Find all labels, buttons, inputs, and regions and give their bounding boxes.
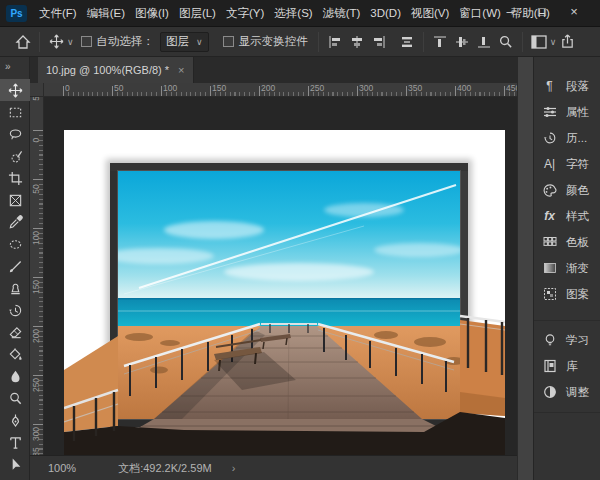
menu-item-layer[interactable]: 图层(L) (174, 0, 221, 27)
workspace-panel-icon[interactable] (528, 31, 550, 53)
panel-libraries[interactable]: 库 (534, 353, 600, 379)
chevron-down-icon[interactable]: ∨ (67, 37, 74, 47)
brush-tool[interactable] (0, 255, 30, 277)
photo-canvas[interactable] (64, 130, 505, 455)
crop-tool[interactable] (0, 167, 30, 189)
path-selection-tool[interactable] (0, 453, 30, 475)
clone-stamp-tool[interactable] (0, 277, 30, 299)
divider (318, 32, 319, 52)
collapse-toolbar-button[interactable]: » (0, 57, 29, 79)
panel-character[interactable]: A| 字符 (534, 151, 600, 177)
align-top-icon[interactable] (429, 31, 451, 53)
panel-history[interactable]: 历... (534, 125, 600, 151)
properties-icon (541, 104, 558, 121)
panel-color[interactable]: 颜色 (534, 177, 600, 203)
document-tab-bar: 10.jpg @ 100%(RGB/8) * × (30, 57, 517, 83)
dock-resize-gutter[interactable] (517, 57, 533, 480)
close-tab-icon[interactable]: × (178, 64, 184, 76)
document-tab-title: 10.jpg @ 100%(RGB/8) * (46, 64, 169, 76)
show-transform-label: 显示变换控件 (239, 34, 308, 49)
libraries-icon (541, 358, 558, 375)
menu-item-type[interactable]: 文字(Y) (221, 0, 269, 27)
align-horizontal-centers-icon[interactable] (346, 31, 368, 53)
ruler-label: 50 (31, 174, 41, 204)
share-icon[interactable] (556, 31, 578, 53)
type-tool[interactable] (0, 431, 30, 453)
framed-photo-scene (104, 171, 464, 419)
zoom-level-field[interactable]: 100% (48, 462, 76, 474)
panel-label: 历... (566, 131, 587, 146)
move-tool-option-icon[interactable] (45, 31, 67, 53)
paint-bucket-icon (8, 347, 23, 362)
panel-paragraph[interactable]: ¶ 段落 (534, 73, 600, 99)
spot-healing-brush-tool[interactable] (0, 233, 30, 255)
align-left-edges-icon[interactable] (324, 31, 346, 53)
lasso-tool[interactable] (0, 123, 30, 145)
photoshop-window: Ps 文件(F) 编辑(E) 图像(I) 图层(L) 文字(Y) 选择(S) 滤… (0, 0, 600, 480)
paint-bucket-tool[interactable] (0, 343, 30, 365)
lasso-icon (8, 127, 23, 142)
panel-swatches[interactable]: 色板 (534, 229, 600, 255)
close-button[interactable]: × (560, 0, 588, 26)
home-icon[interactable] (12, 31, 34, 53)
horizontal-ruler[interactable]: 0 50 100 150 200 250 300 350 400 450 50 (44, 83, 517, 97)
water-drop-icon (8, 369, 23, 384)
menu-item-filter[interactable]: 滤镜(T) (318, 0, 366, 27)
panel-label: 渐变 (566, 261, 589, 276)
ruler-corner (30, 83, 44, 97)
dodge-icon (8, 391, 23, 406)
eraser-tool[interactable] (0, 321, 30, 343)
pen-tool[interactable] (0, 409, 30, 431)
auto-select-checkbox[interactable] (81, 36, 92, 47)
panel-group-1: ¶ 段落 属性 历... A| 字符 (534, 57, 600, 307)
quick-selection-tool[interactable] (0, 145, 30, 167)
panel-patterns[interactable]: 图案 (534, 281, 600, 307)
eyedropper-tool[interactable] (0, 211, 30, 233)
crop-icon (8, 171, 23, 186)
minimize-button[interactable]: – (496, 0, 524, 26)
align-bottom-icon[interactable] (473, 31, 495, 53)
ruler-label: 350 (408, 83, 422, 93)
blur-tool[interactable] (0, 365, 30, 387)
panel-label: 颜色 (566, 183, 589, 198)
panel-adjustments[interactable]: 调整 (534, 379, 600, 405)
panel-gradients[interactable]: 渐变 (534, 255, 600, 281)
window-controls: – □ × (496, 0, 588, 26)
frame-tool[interactable] (0, 189, 30, 211)
document-tab[interactable]: 10.jpg @ 100%(RGB/8) * × (38, 57, 194, 83)
healing-patch-icon (8, 237, 23, 252)
ruler-label: 200 (31, 321, 41, 351)
menu-item-edit[interactable]: 编辑(E) (82, 0, 130, 27)
chevron-down-icon[interactable]: ∨ (550, 37, 557, 47)
menu-item-select[interactable]: 选择(S) (269, 0, 317, 27)
document-size-info[interactable]: 文档:492.2K/2.59M (118, 461, 212, 476)
menu-item-image[interactable]: 图像(I) (130, 0, 174, 27)
status-expand-icon[interactable]: › (232, 462, 236, 474)
panel-properties[interactable]: 属性 (534, 99, 600, 125)
panel-dock: ¶ 段落 属性 历... A| 字符 (533, 57, 600, 480)
move-tool[interactable] (0, 79, 30, 101)
vertical-ruler[interactable]: 50 0 50 100 150 200 250 300 35 (30, 97, 44, 455)
pasteboard[interactable] (44, 97, 517, 455)
distribute-icon[interactable] (396, 31, 418, 53)
photoshop-logo[interactable]: Ps (6, 5, 27, 22)
menu-item-view[interactable]: 视图(V) (406, 0, 454, 27)
maximize-button[interactable]: □ (528, 0, 556, 26)
history-brush-tool[interactable] (0, 299, 30, 321)
dodge-tool[interactable] (0, 387, 30, 409)
align-middle-icon[interactable] (451, 31, 473, 53)
rectangular-marquee-tool[interactable] (0, 101, 30, 123)
menu-item-file[interactable]: 文件(F) (34, 0, 82, 27)
panel-styles[interactable]: fx 样式 (534, 203, 600, 229)
align-right-edges-icon[interactable] (368, 31, 390, 53)
panel-label: 属性 (566, 105, 589, 120)
divider (39, 32, 40, 52)
search-icon[interactable] (495, 31, 517, 53)
dock-empty-area (534, 412, 600, 472)
auto-select-target-dropdown[interactable]: 图层 ∨ (160, 32, 209, 52)
frame-icon (8, 193, 23, 208)
panel-label: 库 (566, 359, 578, 374)
menu-item-3d[interactable]: 3D(D) (365, 0, 406, 27)
show-transform-checkbox[interactable] (223, 36, 234, 47)
panel-learn[interactable]: 学习 (534, 327, 600, 353)
